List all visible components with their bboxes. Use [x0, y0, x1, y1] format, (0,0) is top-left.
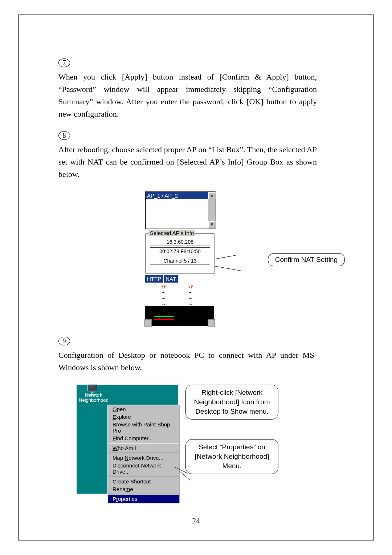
- step-7: 7 When you click [Apply] button instead …: [58, 58, 334, 120]
- group-title: Selected AP's Info: [148, 230, 195, 236]
- menu-map[interactable]: Map Network Drive...: [108, 454, 179, 462]
- scroll-down-icon[interactable]: ▼: [208, 221, 216, 228]
- menu-separator: [109, 453, 179, 453]
- signal-icon: ⌢⌢⌢: [162, 289, 166, 307]
- step-7-number: 7: [58, 58, 70, 67]
- callout-connector: [214, 255, 236, 259]
- page-number: 24: [19, 516, 373, 526]
- ap-listbox[interactable]: AP_1 / AP_2 ▲ ▼: [145, 191, 216, 229]
- mi-text: pen: [117, 406, 126, 412]
- menu-explore[interactable]: Explore: [108, 413, 179, 421]
- step-9-number: 9: [58, 337, 70, 345]
- ap-ip: 16.3.60.208: [150, 238, 210, 246]
- step-7-text: When you click [Apply] button instead of…: [58, 71, 317, 120]
- ap-mac: 00:02:78:F8:10:50: [150, 247, 210, 255]
- callout-confirm-nat: Confirm NAT Setting: [268, 253, 345, 266]
- menu-browse[interactable]: Browse with Paint Shop Pro: [108, 421, 179, 434]
- nat-chip: NAT: [164, 275, 178, 283]
- zoom-icon-right[interactable]: [208, 319, 215, 327]
- menu-whoami[interactable]: Who Am I: [108, 444, 179, 452]
- selected-ap-info-group: Selected AP's Info 16.3.60.208 00:02:78:…: [145, 233, 215, 274]
- http-chip: HTTP: [145, 275, 163, 283]
- step-8-number: 8: [58, 131, 70, 140]
- ap-icons: AP ⌢⌢⌢ AP ⌢⌢⌢: [145, 284, 214, 304]
- ap-label: AP: [160, 284, 167, 289]
- callout-select-properties: Select “Properties” on [Network Neighbor…: [185, 439, 278, 474]
- menu-rename[interactable]: Rename: [108, 485, 179, 493]
- context-menu: Open Explore Browse with Paint Shop Pro …: [107, 405, 180, 503]
- figure-network-neighborhood: 🖥️ Network Neighborhood Open Explore Bro…: [77, 385, 283, 494]
- ap-icon-1: AP ⌢⌢⌢: [152, 284, 174, 307]
- step-8-text: After rebooting, choose selected proper …: [58, 143, 317, 181]
- ap-icon-2: AP ⌢⌢⌢: [179, 284, 201, 307]
- menu-open[interactable]: Open: [108, 405, 179, 413]
- listbox-scrollbar[interactable]: ▲ ▼: [208, 192, 215, 228]
- ap-label: AP: [187, 284, 193, 289]
- computers-icon: 🖥️: [79, 388, 106, 393]
- menu-disconnect[interactable]: Disconnect Network Drive...: [108, 462, 179, 475]
- menu-properties[interactable]: Properties: [108, 495, 179, 503]
- activity-monitor: [145, 306, 214, 326]
- signal-icon: ⌢⌢⌢: [188, 289, 192, 307]
- bar-green: [154, 316, 174, 317]
- menu-separator: [109, 494, 179, 494]
- callout-connector: [214, 266, 241, 271]
- scroll-up-icon[interactable]: ▲: [208, 192, 216, 199]
- icon-label: Network Neighborhood: [79, 393, 109, 403]
- menu-separator: [109, 443, 179, 443]
- step-9: 9 Configuration of Desktop or notebook P…: [58, 337, 334, 374]
- network-neighborhood-icon[interactable]: 🖥️ Network Neighborhood: [79, 388, 106, 403]
- bar-red: [154, 319, 174, 320]
- step-8: 8 After rebooting, choose selected prope…: [58, 131, 334, 181]
- menu-find[interactable]: Find Computer...: [108, 434, 179, 442]
- figure-ap-info: AP_1 / AP_2 ▲ ▼ Selected AP's Info 16.3.…: [120, 191, 272, 329]
- menu-separator: [109, 476, 179, 477]
- zoom-icon-left[interactable]: [144, 319, 152, 327]
- menu-shortcut[interactable]: Create Shortcut: [108, 478, 179, 485]
- callout-right-click: Right-click [Network Neighborhood] Icon …: [185, 385, 278, 420]
- step-9-text: Configuration of Desktop or notebook PC …: [58, 349, 317, 374]
- ap-listbox-selected-row[interactable]: AP_1 / AP_2: [146, 192, 215, 199]
- ap-channel: Channel 5 / 13: [150, 257, 210, 265]
